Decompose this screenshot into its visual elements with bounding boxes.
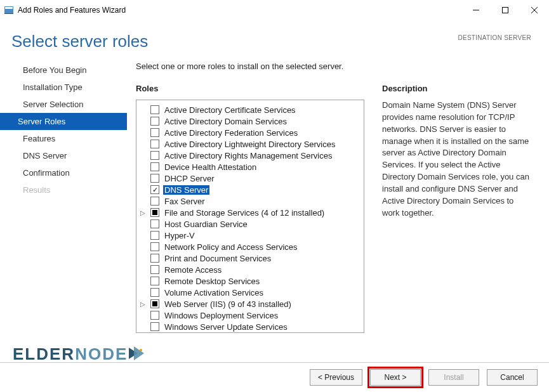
role-checkbox[interactable]: [150, 254, 159, 263]
role-label[interactable]: Active Directory Certificate Services: [163, 105, 297, 115]
nav-item-server-selection[interactable]: Server Selection: [0, 96, 127, 113]
nav-item-features[interactable]: Features: [0, 130, 127, 147]
destination-server-label: DESTINATION SERVER: [458, 32, 531, 41]
role-row[interactable]: DHCP Server: [139, 173, 361, 184]
svg-rect-1: [5, 7, 13, 9]
role-row[interactable]: ▷Web Server (IIS) (9 of 43 installed): [139, 298, 361, 310]
role-row[interactable]: Active Directory Lightweight Directory S…: [139, 138, 361, 150]
role-checkbox[interactable]: [150, 128, 159, 137]
roles-heading: Roles: [136, 84, 364, 93]
role-checkbox[interactable]: [150, 231, 159, 240]
description-heading: Description: [382, 84, 531, 93]
minimize-button[interactable]: [461, 0, 491, 20]
role-row[interactable]: Windows Deployment Services: [139, 310, 361, 321]
role-label[interactable]: DNS Server: [163, 185, 209, 195]
content-area: Select one or more roles to install on t…: [127, 62, 549, 333]
role-checkbox[interactable]: [150, 197, 159, 206]
window-controls: [461, 0, 549, 20]
roles-listbox[interactable]: Active Directory Certificate ServicesAct…: [136, 100, 364, 333]
header: Select server roles DESTINATION SERVER: [0, 20, 549, 58]
role-row[interactable]: Remote Desktop Services: [139, 275, 361, 287]
role-label[interactable]: DHCP Server: [163, 174, 216, 183]
role-row[interactable]: Fax Server: [139, 195, 361, 207]
wizard-nav: Before You BeginInstallation TypeServer …: [0, 62, 127, 333]
role-checkbox[interactable]: [150, 174, 159, 183]
role-label[interactable]: Device Health Attestation: [163, 162, 258, 172]
role-checkbox[interactable]: [150, 208, 159, 217]
role-row[interactable]: Active Directory Domain Services: [139, 115, 361, 127]
role-label[interactable]: Windows Deployment Services: [163, 311, 279, 320]
role-label[interactable]: File and Storage Services (4 of 12 insta…: [163, 208, 326, 218]
role-row[interactable]: Remote Access: [139, 264, 361, 275]
nav-item-results: Results: [0, 181, 127, 199]
expand-icon[interactable]: ▷: [139, 209, 147, 216]
role-checkbox[interactable]: [150, 151, 159, 160]
role-label[interactable]: Fax Server: [163, 197, 206, 206]
logo-text-1: ELDER: [13, 344, 75, 363]
role-checkbox[interactable]: [150, 322, 159, 331]
instruction-text: Select one or more roles to install on t…: [136, 62, 531, 71]
nav-item-before-you-begin[interactable]: Before You Begin: [0, 62, 127, 79]
description-text: Domain Name System (DNS) Server provides…: [382, 100, 531, 219]
cancel-button[interactable]: Cancel: [487, 369, 538, 386]
role-label[interactable]: Hyper-V: [163, 231, 196, 240]
role-label[interactable]: Network Policy and Access Services: [163, 242, 299, 252]
expand-icon[interactable]: ▷: [139, 301, 147, 308]
role-checkbox[interactable]: [150, 140, 159, 148]
role-checkbox[interactable]: [150, 288, 159, 297]
role-label[interactable]: Active Directory Lightweight Directory S…: [163, 140, 336, 149]
role-row[interactable]: Network Policy and Access Services: [139, 241, 361, 252]
watermark-logo: ELDERNODE: [13, 344, 145, 364]
role-row[interactable]: Windows Server Update Services: [139, 321, 361, 332]
role-checkbox[interactable]: [150, 219, 159, 228]
svg-point-9: [140, 349, 142, 351]
role-label[interactable]: Active Directory Rights Management Servi…: [163, 151, 333, 160]
role-checkbox[interactable]: [150, 265, 159, 274]
maximize-button[interactable]: [491, 0, 520, 20]
role-label[interactable]: Print and Document Services: [163, 254, 272, 263]
nav-item-server-roles[interactable]: Server Roles: [0, 113, 127, 130]
role-checkbox[interactable]: [150, 185, 159, 194]
previous-button[interactable]: < Previous: [310, 369, 362, 386]
role-label[interactable]: Remote Access: [163, 265, 223, 275]
role-label[interactable]: Web Server (IIS) (9 of 43 installed): [163, 299, 293, 309]
role-row[interactable]: Host Guardian Service: [139, 218, 361, 230]
role-row[interactable]: DNS Server: [139, 184, 361, 195]
role-label[interactable]: Active Directory Federation Services: [163, 128, 299, 138]
role-label[interactable]: Remote Desktop Services: [163, 277, 261, 286]
svg-marker-8: [134, 346, 144, 360]
window-title: Add Roles and Features Wizard: [18, 6, 461, 15]
role-row[interactable]: Volume Activation Services: [139, 287, 361, 298]
role-label[interactable]: Volume Activation Services: [163, 288, 265, 297]
role-checkbox[interactable]: [150, 242, 159, 251]
install-button[interactable]: Install: [428, 369, 479, 386]
role-label[interactable]: Windows Server Update Services: [163, 322, 289, 332]
role-row[interactable]: Device Health Attestation: [139, 161, 361, 173]
nav-item-dns-server[interactable]: DNS Server: [0, 147, 127, 164]
role-row[interactable]: Active Directory Federation Services: [139, 127, 361, 138]
role-label[interactable]: Active Directory Domain Services: [163, 117, 288, 126]
role-label[interactable]: Host Guardian Service: [163, 219, 249, 229]
logo-text-2: NODE: [75, 344, 128, 363]
close-button[interactable]: [520, 0, 549, 20]
wizard-footer: < Previous Next > Install Cancel: [0, 362, 549, 392]
role-checkbox[interactable]: [150, 105, 159, 114]
next-button[interactable]: Next >: [370, 369, 421, 386]
role-row[interactable]: Active Directory Certificate Services: [139, 104, 361, 115]
svg-rect-4: [503, 8, 508, 13]
role-row[interactable]: Active Directory Rights Management Servi…: [139, 150, 361, 161]
role-checkbox[interactable]: [150, 117, 159, 126]
role-checkbox[interactable]: [150, 277, 159, 285]
role-checkbox[interactable]: [150, 299, 159, 308]
role-row[interactable]: ▷File and Storage Services (4 of 12 inst…: [139, 207, 361, 218]
play-icon: [129, 345, 145, 364]
role-checkbox[interactable]: [150, 162, 159, 171]
svg-rect-2: [4, 13, 13, 14]
titlebar: Add Roles and Features Wizard: [0, 0, 549, 20]
role-row[interactable]: Print and Document Services: [139, 252, 361, 264]
role-row[interactable]: Hyper-V: [139, 230, 361, 241]
nav-item-confirmation[interactable]: Confirmation: [0, 164, 127, 181]
role-checkbox[interactable]: [150, 311, 159, 320]
nav-item-installation-type[interactable]: Installation Type: [0, 79, 127, 96]
app-icon: [4, 5, 14, 15]
